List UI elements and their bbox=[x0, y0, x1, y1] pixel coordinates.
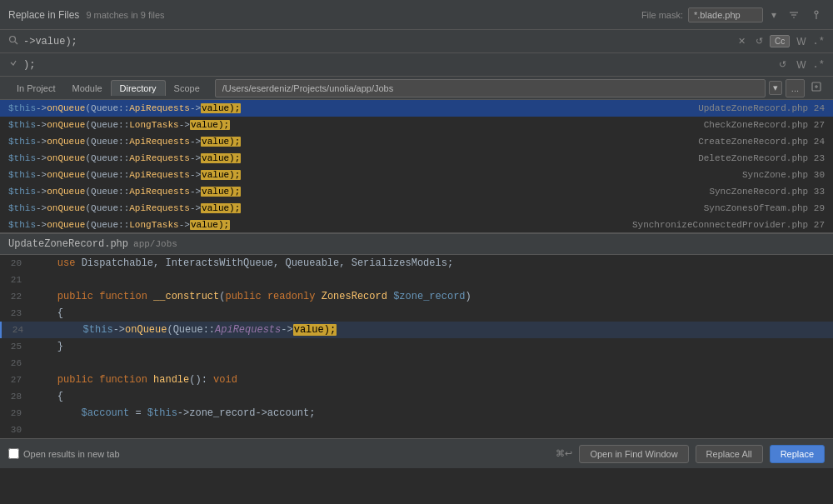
tabs-row: In Project Module Directory Scope ▾ ... bbox=[0, 77, 833, 100]
results-list[interactable]: $this->onQueue(Queue::ApiRequests->value… bbox=[0, 100, 833, 233]
line-number: 30 bbox=[0, 425, 30, 435]
replace-all-button[interactable]: Replace All bbox=[696, 445, 763, 463]
code-line-27: 27 public function handle(): void bbox=[0, 372, 833, 388]
code-line-25: 25 } bbox=[0, 338, 833, 355]
result-file: SyncZoneRecord.php 33 bbox=[709, 187, 825, 197]
directory-input[interactable] bbox=[215, 79, 766, 97]
regex-button-2[interactable]: .* bbox=[813, 59, 825, 71]
cc-button-1[interactable]: Cc bbox=[770, 35, 790, 47]
result-code: $this->onQueue(Queue::LongTasks->value); bbox=[8, 120, 230, 130]
search-icon-2 bbox=[8, 58, 18, 71]
result-row[interactable]: $this->onQueue(Queue::ApiRequests->value… bbox=[0, 133, 833, 150]
directory-dropdown[interactable]: ▾ bbox=[769, 81, 782, 95]
result-code: $this->onQueue(Queue::ApiRequests->value… bbox=[8, 203, 241, 213]
pin-icon[interactable] bbox=[808, 8, 825, 22]
search-value-1: ->value); bbox=[23, 36, 730, 47]
result-file: CheckZoneRecord.php 27 bbox=[704, 120, 825, 130]
line-content: } bbox=[30, 341, 63, 352]
word-button-2[interactable]: W bbox=[793, 58, 809, 72]
open-in-tab-checkbox[interactable] bbox=[8, 448, 19, 459]
match-count: 9 matches in 9 files bbox=[86, 10, 164, 20]
result-file: SynchronizeConnectedProvider.php 27 bbox=[632, 220, 825, 230]
code-line-28: 28 { bbox=[0, 388, 833, 405]
search-icon-1 bbox=[8, 35, 18, 47]
result-file: DeleteZoneRecord.php 23 bbox=[698, 153, 825, 163]
line-number: 27 bbox=[0, 375, 30, 385]
line-number: 29 bbox=[0, 408, 30, 418]
search-row-2: ); ↺ W .* bbox=[0, 53, 833, 77]
line-number: 22 bbox=[0, 292, 30, 302]
result-code: $this->onQueue(Queue::ApiRequests->value… bbox=[8, 170, 241, 180]
tab-directory[interactable]: Directory bbox=[111, 80, 166, 96]
code-line-24: 24 $this->onQueue(Queue::ApiRequests->va… bbox=[0, 322, 833, 338]
word-button-1[interactable]: W bbox=[793, 35, 809, 48]
code-line-22: 22 public function __construct(public re… bbox=[0, 288, 833, 305]
result-file: UpdateZoneRecord.php 24 bbox=[698, 103, 825, 113]
code-line-21: 21 bbox=[0, 272, 833, 288]
undo-search-1[interactable]: ↺ bbox=[752, 35, 766, 47]
code-line-29: 29 $account = $this->zone_record->accoun… bbox=[0, 405, 833, 422]
clear-search-1[interactable]: ✕ bbox=[735, 35, 749, 47]
code-line-26: 26 bbox=[0, 355, 833, 372]
clear-replace[interactable]: ↺ bbox=[776, 58, 790, 71]
filter-icon[interactable] bbox=[785, 7, 803, 22]
line-number: 24 bbox=[2, 325, 32, 335]
result-row[interactable]: $this->onQueue(Queue::ApiRequests->value… bbox=[0, 167, 833, 183]
regex-button-1[interactable]: .* bbox=[813, 36, 825, 47]
code-line-20: 20 use Dispatchable, InteractsWithQueue,… bbox=[0, 255, 833, 272]
line-number: 21 bbox=[0, 275, 30, 285]
tab-scope[interactable]: Scope bbox=[166, 81, 208, 96]
line-number: 26 bbox=[0, 358, 30, 368]
line-number: 28 bbox=[0, 392, 30, 402]
line-content: $this->onQueue(Queue::ApiRequests->value… bbox=[32, 324, 337, 336]
line-content: public function __construct(public reado… bbox=[30, 291, 471, 302]
preview-filepath: app/Jobs bbox=[133, 239, 177, 249]
directory-input-wrapper: ▾ ... bbox=[215, 79, 825, 97]
line-content: public function handle(): void bbox=[30, 374, 237, 386]
dropdown-arrow[interactable]: ▾ bbox=[768, 7, 780, 22]
open-in-find-window-button[interactable]: Open in Find Window bbox=[579, 445, 688, 463]
result-code: $this->onQueue(Queue::ApiRequests->value… bbox=[8, 187, 241, 197]
header-left: Replace in Files 9 matches in 9 files bbox=[8, 9, 165, 21]
dialog-title: Replace in Files bbox=[8, 9, 79, 21]
result-file: SyncZone.php 30 bbox=[742, 170, 825, 180]
header-right: File mask: ▾ bbox=[641, 7, 825, 22]
open-in-tab-checkbox-label[interactable]: Open results in new tab bbox=[8, 448, 120, 459]
header-bar: Replace in Files 9 matches in 9 files Fi… bbox=[0, 0, 833, 30]
result-row[interactable]: $this->onQueue(Queue::ApiRequests->value… bbox=[0, 200, 833, 217]
search-row-1: ->value); ✕ ↺ Cc W .* bbox=[0, 30, 833, 53]
result-code: $this->onQueue(Queue::ApiRequests->value… bbox=[8, 103, 241, 113]
line-number: 23 bbox=[0, 308, 30, 318]
result-row[interactable]: $this->onQueue(Queue::ApiRequests->value… bbox=[0, 100, 833, 117]
preview-filename: UpdateZoneRecord.php bbox=[8, 238, 128, 250]
tab-module[interactable]: Module bbox=[63, 81, 110, 96]
code-preview[interactable]: 20 use Dispatchable, InteractsWithQueue,… bbox=[0, 255, 833, 438]
bottom-bar: Open results in new tab ⌘↩ Open in Find … bbox=[0, 438, 833, 468]
line-number: 25 bbox=[0, 342, 30, 352]
file-mask-label: File mask: bbox=[641, 10, 683, 20]
result-code: $this->onQueue(Queue::LongTasks->value); bbox=[8, 220, 230, 230]
result-file: CreateZoneRecord.php 24 bbox=[698, 137, 825, 147]
tab-in-project[interactable]: In Project bbox=[8, 81, 63, 96]
result-row[interactable]: $this->onQueue(Queue::LongTasks->value);… bbox=[0, 117, 833, 133]
result-row[interactable]: $this->onQueue(Queue::LongTasks->value);… bbox=[0, 217, 833, 233]
directory-browse[interactable]: ... bbox=[786, 79, 805, 97]
replace-button[interactable]: Replace bbox=[770, 445, 825, 463]
svg-point-3 bbox=[815, 11, 818, 14]
code-line-30: 30 bbox=[0, 422, 833, 438]
code-line-23: 23 { bbox=[0, 305, 833, 322]
line-content: $account = $this->zone_record->account; bbox=[30, 407, 315, 419]
result-code: $this->onQueue(Queue::ApiRequests->value… bbox=[8, 153, 241, 163]
bottom-right: ⌘↩ Open in Find Window Replace All Repla… bbox=[556, 445, 825, 463]
line-content: use Dispatchable, InteractsWithQueue, Qu… bbox=[30, 257, 453, 269]
result-row[interactable]: $this->onQueue(Queue::ApiRequests->value… bbox=[0, 150, 833, 167]
result-file: SyncZonesOfTeam.php 29 bbox=[704, 203, 825, 213]
line-number: 20 bbox=[0, 258, 30, 268]
directory-expand[interactable] bbox=[808, 81, 825, 95]
result-row[interactable]: $this->onQueue(Queue::ApiRequests->value… bbox=[0, 183, 833, 200]
file-mask-input[interactable] bbox=[688, 7, 763, 22]
svg-line-6 bbox=[15, 42, 17, 44]
line-content: { bbox=[30, 307, 63, 319]
line-content: { bbox=[30, 391, 63, 402]
svg-point-5 bbox=[10, 37, 16, 42]
